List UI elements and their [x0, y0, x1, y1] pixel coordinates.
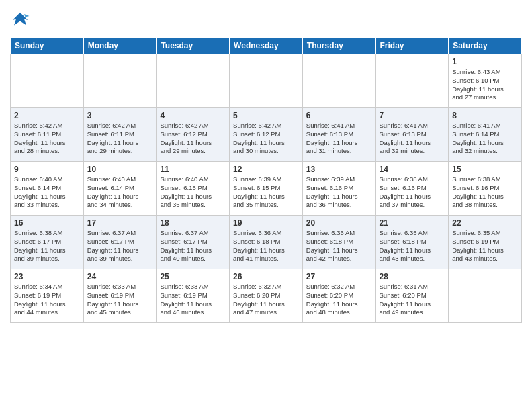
day-number: 22 [452, 218, 518, 228]
day-number: 15 [452, 165, 518, 174]
calendar-cell: 8Sunrise: 6:41 AM Sunset: 6:14 PM Daylig… [449, 108, 522, 162]
day-info: Sunrise: 6:37 AM Sunset: 6:17 PM Dayligh… [160, 229, 226, 263]
day-info: Sunrise: 6:34 AM Sunset: 6:19 PM Dayligh… [14, 283, 80, 317]
day-info: Sunrise: 6:42 AM Sunset: 6:11 PM Dayligh… [87, 122, 153, 156]
logo-bird-icon [10, 10, 30, 30]
calendar-cell: 6Sunrise: 6:41 AM Sunset: 6:13 PM Daylig… [302, 108, 375, 162]
day-info: Sunrise: 6:39 AM Sunset: 6:16 PM Dayligh… [306, 175, 372, 210]
calendar-cell: 22Sunrise: 6:35 AM Sunset: 6:19 PM Dayli… [449, 216, 522, 269]
calendar-cell: 12Sunrise: 6:39 AM Sunset: 6:15 PM Dayli… [230, 162, 303, 216]
day-number: 13 [306, 165, 372, 174]
calendar-week-row: 23Sunrise: 6:34 AM Sunset: 6:19 PM Dayli… [11, 269, 522, 323]
day-number: 12 [233, 165, 299, 174]
calendar-body: 1Sunrise: 6:43 AM Sunset: 6:10 PM Daylig… [11, 54, 522, 323]
day-number: 28 [380, 272, 445, 281]
day-number: 3 [87, 111, 153, 120]
calendar-cell [375, 54, 449, 108]
calendar-cell: 10Sunrise: 6:40 AM Sunset: 6:14 PM Dayli… [83, 162, 157, 216]
day-info: Sunrise: 6:41 AM Sunset: 6:13 PM Dayligh… [306, 122, 372, 156]
day-info: Sunrise: 6:41 AM Sunset: 6:13 PM Dayligh… [380, 122, 445, 156]
weekday-header-sunday: Sunday [11, 38, 84, 54]
day-info: Sunrise: 6:40 AM Sunset: 6:14 PM Dayligh… [14, 175, 80, 210]
day-info: Sunrise: 6:42 AM Sunset: 6:12 PM Dayligh… [160, 122, 226, 156]
calendar-cell: 25Sunrise: 6:33 AM Sunset: 6:19 PM Dayli… [157, 269, 230, 323]
calendar-cell: 28Sunrise: 6:31 AM Sunset: 6:20 PM Dayli… [375, 269, 449, 323]
calendar-cell: 9Sunrise: 6:40 AM Sunset: 6:14 PM Daylig… [11, 162, 84, 216]
day-info: Sunrise: 6:38 AM Sunset: 6:16 PM Dayligh… [380, 175, 445, 210]
calendar-cell: 11Sunrise: 6:40 AM Sunset: 6:15 PM Dayli… [157, 162, 230, 216]
calendar-cell: 21Sunrise: 6:35 AM Sunset: 6:18 PM Dayli… [375, 216, 449, 269]
weekday-header-friday: Friday [375, 38, 449, 54]
day-number: 19 [233, 218, 299, 228]
calendar-cell [449, 269, 522, 323]
day-info: Sunrise: 6:40 AM Sunset: 6:15 PM Dayligh… [160, 175, 226, 210]
day-number: 4 [160, 111, 226, 120]
day-info: Sunrise: 6:32 AM Sunset: 6:20 PM Dayligh… [306, 283, 372, 317]
day-number: 8 [452, 111, 518, 120]
day-info: Sunrise: 6:31 AM Sunset: 6:20 PM Dayligh… [380, 283, 445, 317]
calendar-cell [230, 54, 303, 108]
day-info: Sunrise: 6:39 AM Sunset: 6:15 PM Dayligh… [233, 175, 299, 210]
day-number: 5 [233, 111, 299, 120]
weekday-header-thursday: Thursday [302, 38, 375, 54]
logo [10, 10, 32, 30]
calendar-cell [157, 54, 230, 108]
calendar-week-row: 16Sunrise: 6:38 AM Sunset: 6:17 PM Dayli… [11, 216, 522, 269]
day-number: 21 [380, 218, 445, 228]
day-number: 23 [14, 272, 80, 281]
calendar-cell [302, 54, 375, 108]
day-number: 1 [452, 57, 518, 66]
day-info: Sunrise: 6:42 AM Sunset: 6:12 PM Dayligh… [233, 122, 299, 156]
day-number: 18 [160, 218, 226, 228]
calendar-cell: 5Sunrise: 6:42 AM Sunset: 6:12 PM Daylig… [230, 108, 303, 162]
day-number: 26 [233, 272, 299, 281]
day-number: 17 [87, 218, 153, 228]
day-info: Sunrise: 6:32 AM Sunset: 6:20 PM Dayligh… [233, 283, 299, 317]
calendar-cell: 16Sunrise: 6:38 AM Sunset: 6:17 PM Dayli… [11, 216, 84, 269]
day-info: Sunrise: 6:41 AM Sunset: 6:14 PM Dayligh… [452, 122, 518, 156]
day-number: 16 [14, 218, 80, 228]
day-info: Sunrise: 6:35 AM Sunset: 6:18 PM Dayligh… [380, 229, 445, 263]
day-number: 25 [160, 272, 226, 281]
calendar-cell: 15Sunrise: 6:38 AM Sunset: 6:16 PM Dayli… [449, 162, 522, 216]
day-info: Sunrise: 6:36 AM Sunset: 6:18 PM Dayligh… [233, 229, 299, 263]
calendar-cell: 2Sunrise: 6:42 AM Sunset: 6:11 PM Daylig… [11, 108, 84, 162]
weekday-header-row: SundayMondayTuesdayWednesdayThursdayFrid… [11, 38, 522, 54]
day-number: 24 [87, 272, 153, 281]
day-info: Sunrise: 6:33 AM Sunset: 6:19 PM Dayligh… [160, 283, 226, 317]
day-info: Sunrise: 6:38 AM Sunset: 6:17 PM Dayligh… [14, 229, 80, 263]
calendar-cell: 27Sunrise: 6:32 AM Sunset: 6:20 PM Dayli… [302, 269, 375, 323]
calendar-cell: 7Sunrise: 6:41 AM Sunset: 6:13 PM Daylig… [375, 108, 449, 162]
day-info: Sunrise: 6:42 AM Sunset: 6:11 PM Dayligh… [14, 122, 80, 156]
calendar-cell: 3Sunrise: 6:42 AM Sunset: 6:11 PM Daylig… [83, 108, 157, 162]
weekday-header-wednesday: Wednesday [230, 38, 303, 54]
calendar-cell: 26Sunrise: 6:32 AM Sunset: 6:20 PM Dayli… [230, 269, 303, 323]
calendar-cell: 17Sunrise: 6:37 AM Sunset: 6:17 PM Dayli… [83, 216, 157, 269]
day-number: 9 [14, 165, 80, 174]
weekday-header-tuesday: Tuesday [157, 38, 230, 54]
calendar-cell: 24Sunrise: 6:33 AM Sunset: 6:19 PM Dayli… [83, 269, 157, 323]
day-info: Sunrise: 6:33 AM Sunset: 6:19 PM Dayligh… [87, 283, 153, 317]
weekday-header-saturday: Saturday [449, 38, 522, 54]
calendar-cell: 19Sunrise: 6:36 AM Sunset: 6:18 PM Dayli… [230, 216, 303, 269]
day-number: 7 [380, 111, 445, 120]
day-number: 11 [160, 165, 226, 174]
calendar-week-row: 2Sunrise: 6:42 AM Sunset: 6:11 PM Daylig… [11, 108, 522, 162]
day-info: Sunrise: 6:43 AM Sunset: 6:10 PM Dayligh… [452, 68, 518, 102]
calendar-week-row: 9Sunrise: 6:40 AM Sunset: 6:14 PM Daylig… [11, 162, 522, 216]
calendar-cell: 13Sunrise: 6:39 AM Sunset: 6:16 PM Dayli… [302, 162, 375, 216]
calendar-cell: 23Sunrise: 6:34 AM Sunset: 6:19 PM Dayli… [11, 269, 84, 323]
calendar-cell: 20Sunrise: 6:36 AM Sunset: 6:18 PM Dayli… [302, 216, 375, 269]
svg-marker-1 [24, 14, 30, 17]
day-info: Sunrise: 6:37 AM Sunset: 6:17 PM Dayligh… [87, 229, 153, 263]
calendar-cell [83, 54, 157, 108]
day-number: 27 [306, 272, 372, 281]
calendar-cell [11, 54, 84, 108]
calendar-cell: 4Sunrise: 6:42 AM Sunset: 6:12 PM Daylig… [157, 108, 230, 162]
day-number: 14 [380, 165, 445, 174]
calendar-cell: 1Sunrise: 6:43 AM Sunset: 6:10 PM Daylig… [449, 54, 522, 108]
svg-marker-0 [13, 13, 28, 26]
day-number: 6 [306, 111, 372, 120]
calendar-table: SundayMondayTuesdayWednesdayThursdayFrid… [10, 37, 522, 323]
day-number: 20 [306, 218, 372, 228]
